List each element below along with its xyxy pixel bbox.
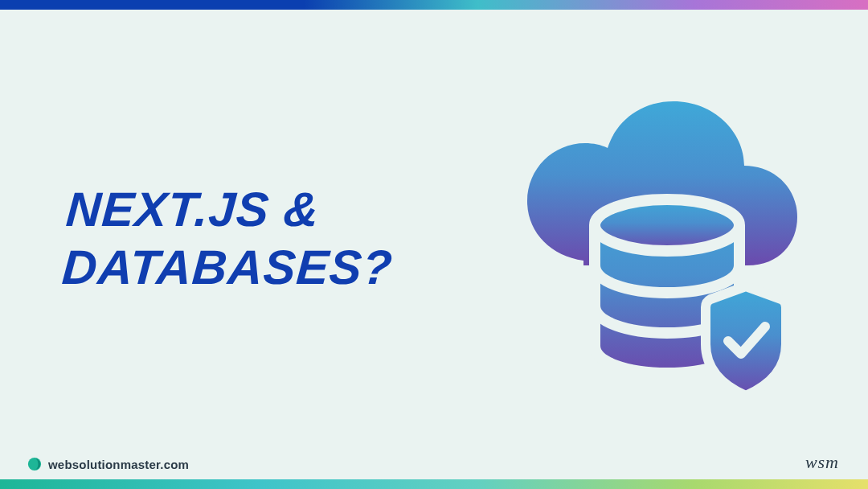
footer-site-text: websolutionmaster.com <box>48 458 189 471</box>
headline: NEXT.JS & DATABASES? <box>60 181 399 297</box>
headline-line-1: NEXT.JS & <box>64 181 399 239</box>
svg-point-0 <box>595 199 739 251</box>
bottom-gradient-bar <box>0 479 868 489</box>
footer-brand: websolutionmaster.com <box>27 457 189 471</box>
footer-monogram: wsm <box>805 452 839 473</box>
cloud-database-shield-icon <box>506 88 812 394</box>
brand-logo-icon <box>27 457 42 471</box>
top-gradient-bar <box>0 0 868 10</box>
headline-line-2: DATABASES? <box>60 239 395 297</box>
